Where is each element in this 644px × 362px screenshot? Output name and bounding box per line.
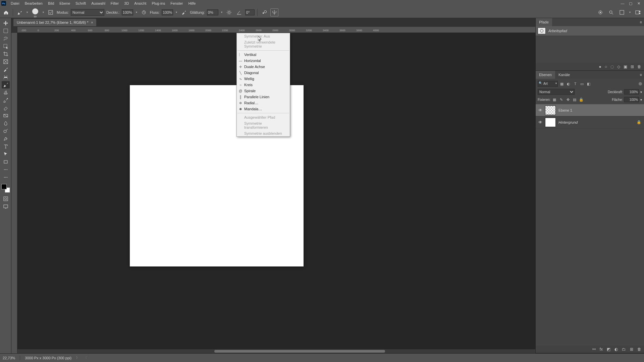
- lock-nested-icon[interactable]: ▤: [572, 97, 577, 102]
- pen-tool[interactable]: [2, 135, 10, 142]
- blend-mode-select[interactable]: Normal: [71, 9, 104, 16]
- brush-tool[interactable]: [2, 81, 10, 88]
- layer-opacity-field[interactable]: [624, 89, 639, 95]
- menu-ebene[interactable]: Ebene: [57, 0, 73, 7]
- path-mask-button[interactable]: ▣: [624, 64, 627, 69]
- menu-ansicht[interactable]: Ansicht: [131, 0, 149, 7]
- ruler-vertical[interactable]: [11, 33, 17, 353]
- menu-3d[interactable]: 3D: [121, 0, 131, 7]
- layer-group-button[interactable]: 🗀: [622, 347, 626, 352]
- new-layer-button[interactable]: ⊞: [630, 347, 633, 352]
- gradient-tool[interactable]: [2, 112, 10, 119]
- rectangle-tool[interactable]: [2, 158, 10, 166]
- paths-panel-menu[interactable]: ≡: [638, 20, 644, 24]
- path-stroke-button[interactable]: ○: [605, 64, 607, 69]
- frame-tool[interactable]: [2, 58, 10, 65]
- menu-hilfe[interactable]: Hilfe: [185, 0, 198, 7]
- layer-row[interactable]: 👁 Hintergrund 🔒: [536, 116, 644, 128]
- lasso-tool[interactable]: [2, 35, 10, 42]
- history-brush-tool[interactable]: [2, 97, 10, 104]
- layer-filter-type[interactable]: 🔍Art▾: [538, 81, 558, 87]
- angle-field[interactable]: [245, 9, 255, 15]
- path-selection-button[interactable]: ◌: [610, 64, 614, 69]
- window-maximize-button[interactable]: ▢: [628, 1, 633, 6]
- smoothing-options-button[interactable]: [225, 8, 233, 16]
- zoom-level[interactable]: 22,73%: [3, 356, 15, 360]
- smoothing-field[interactable]: [207, 9, 218, 15]
- tab-ebenen[interactable]: Ebenen: [536, 71, 555, 79]
- path-from-selection-button[interactable]: ◇: [617, 64, 620, 69]
- arrange-documents-arrow[interactable]: ▾: [629, 11, 631, 14]
- horizontal-scrollbar[interactable]: [17, 349, 535, 353]
- menu-schrift[interactable]: Schrift: [73, 0, 89, 7]
- opacity-arrow[interactable]: ▾: [135, 11, 138, 14]
- menu-plugins[interactable]: Plug-ins: [149, 0, 168, 7]
- link-layers-button[interactable]: ⚯: [592, 347, 596, 352]
- filter-type-icon[interactable]: T: [573, 81, 578, 86]
- opacity-pressure-button[interactable]: [140, 8, 148, 16]
- ruler-horizontal[interactable]: -200020040060080010001200140016001800200…: [17, 27, 535, 33]
- airbrush-button[interactable]: [180, 8, 188, 16]
- menu-auswahl[interactable]: Auswahl: [89, 0, 108, 7]
- lock-position-icon[interactable]: ✥: [565, 97, 571, 102]
- layers-panel-menu[interactable]: ≡: [638, 73, 644, 77]
- layer-name[interactable]: Hintergrund: [558, 120, 578, 124]
- brush-preview[interactable]: [31, 7, 40, 16]
- symmetry-wavy[interactable]: ∿Wellig: [237, 76, 290, 82]
- search-button[interactable]: [607, 8, 615, 16]
- layer-visibility-toggle[interactable]: 👁: [536, 108, 545, 113]
- dodge-tool[interactable]: [2, 127, 10, 135]
- flow-arrow[interactable]: ▾: [175, 11, 178, 14]
- brush-settings-panel-button[interactable]: [47, 8, 55, 16]
- layer-fill-arrow[interactable]: ▾: [640, 98, 642, 102]
- filter-toggle[interactable]: [639, 82, 642, 85]
- eraser-tool[interactable]: [2, 104, 10, 112]
- symmetry-parallel[interactable]: ║Parallele Linien: [237, 94, 290, 100]
- angle-button[interactable]: [235, 8, 243, 16]
- edit-toolbar[interactable]: [2, 174, 10, 181]
- tool-preset-arrow[interactable]: ▾: [26, 11, 29, 14]
- status-prev[interactable]: 〈: [84, 356, 87, 360]
- adjustment-layer-button[interactable]: ◐: [614, 347, 618, 352]
- flow-field[interactable]: [162, 9, 173, 15]
- smoothing-arrow[interactable]: ▾: [220, 11, 223, 14]
- path-selection-tool[interactable]: [2, 150, 10, 158]
- layer-style-button[interactable]: fx: [600, 347, 603, 352]
- type-tool[interactable]: [2, 143, 10, 150]
- cloud-docs-button[interactable]: [596, 8, 604, 16]
- symmetry-mandala[interactable]: ✺Mandala…: [237, 106, 290, 112]
- filter-smart-icon[interactable]: ◧: [586, 81, 591, 86]
- menu-bearbeiten[interactable]: Bearbeiten: [22, 0, 45, 7]
- healing-brush-tool[interactable]: [2, 73, 10, 81]
- home-button[interactable]: [2, 8, 10, 16]
- lock-all-icon[interactable]: 🔒: [579, 97, 584, 102]
- eyedropper-tool[interactable]: [2, 66, 10, 73]
- symmetry-button[interactable]: [270, 8, 278, 16]
- window-close-button[interactable]: ✕: [636, 1, 641, 6]
- layer-thumbnail[interactable]: [545, 118, 556, 127]
- size-pressure-button[interactable]: [260, 8, 268, 16]
- tab-pfade[interactable]: Pfade: [536, 18, 552, 26]
- filter-pixel-icon[interactable]: ▦: [559, 81, 565, 86]
- symmetry-circle[interactable]: ○Kreis: [237, 82, 290, 88]
- rectangular-marquee-tool[interactable]: [2, 27, 10, 35]
- blur-tool[interactable]: [2, 120, 10, 127]
- delete-layer-button[interactable]: 🗑: [637, 347, 641, 352]
- window-minimize-button[interactable]: —: [620, 1, 625, 6]
- menu-fenster[interactable]: Fenster: [168, 0, 185, 7]
- workspace-switcher-button[interactable]: [634, 8, 642, 16]
- menu-datei[interactable]: Datei: [8, 0, 22, 7]
- layer-thumbnail[interactable]: [545, 106, 556, 115]
- tab-kanaele[interactable]: Kanäle: [555, 71, 573, 79]
- path-fill-button[interactable]: ●: [599, 64, 601, 69]
- lock-transparent-icon[interactable]: ▦: [552, 97, 557, 102]
- layer-blend-mode-select[interactable]: Normal: [538, 89, 575, 95]
- document-dimensions[interactable]: 3000 Px x 3000 Px (300 ppi): [25, 356, 71, 360]
- color-swatches[interactable]: [1, 184, 10, 193]
- quick-mask-button[interactable]: [2, 195, 10, 202]
- tool-preset-picker[interactable]: [16, 8, 24, 16]
- brush-picker-arrow[interactable]: ▾: [42, 11, 45, 14]
- layer-fill-field[interactable]: [624, 97, 639, 102]
- new-path-button[interactable]: ⊞: [631, 64, 634, 69]
- clone-stamp-tool[interactable]: [2, 89, 10, 96]
